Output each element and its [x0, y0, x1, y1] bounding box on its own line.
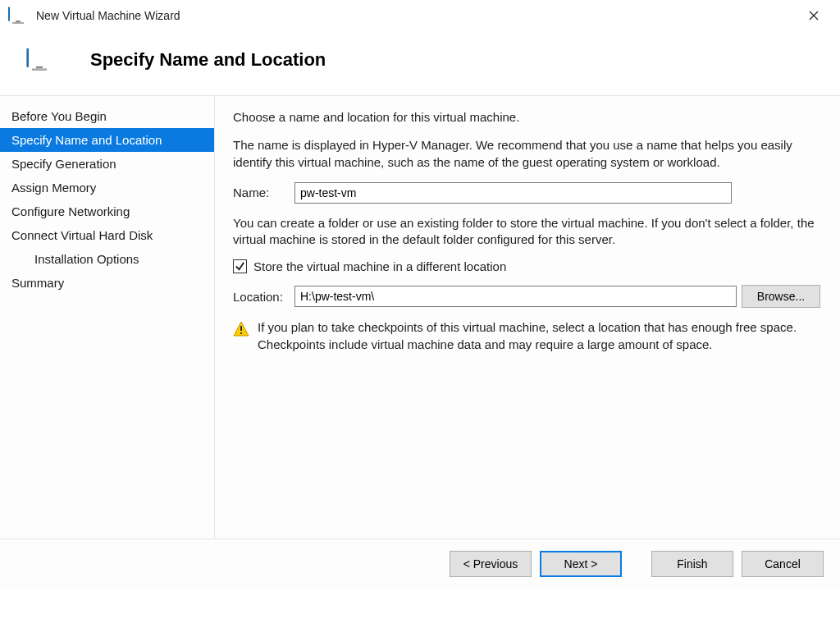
window-title: New Virtual Machine Wizard — [36, 9, 180, 22]
location-row: Location: Browse... — [233, 285, 820, 308]
store-checkbox-label: Store the virtual machine in a different… — [253, 259, 506, 273]
sidebar-step-2[interactable]: Specify Generation — [0, 152, 214, 176]
name-row: Name: — [233, 182, 820, 204]
warning-text: If you plan to take checkpoints of this … — [258, 319, 820, 353]
finish-button[interactable]: Finish — [651, 551, 733, 577]
sidebar-step-3[interactable]: Assign Memory — [0, 176, 214, 199]
sidebar-step-7[interactable]: Summary — [0, 271, 214, 295]
name-label: Name: — [233, 186, 294, 199]
warning-row: If you plan to take checkpoints of this … — [233, 319, 820, 353]
location-input[interactable] — [294, 286, 737, 307]
next-button[interactable]: Next > — [540, 551, 622, 577]
sidebar-step-6[interactable]: Installation Options — [0, 247, 214, 271]
wizard-icon — [26, 49, 52, 71]
previous-button[interactable]: < Previous — [450, 551, 532, 577]
footer: < Previous Next > Finish Cancel — [0, 539, 840, 589]
store-checkbox-row: Store the virtual machine in a different… — [233, 259, 820, 273]
location-label: Location: — [233, 290, 294, 304]
warning-icon — [233, 321, 249, 337]
page-title: Specify Name and Location — [90, 49, 326, 71]
svg-rect-1 — [240, 332, 242, 334]
store-checkbox[interactable] — [233, 259, 247, 273]
name-input[interactable] — [294, 182, 732, 204]
intro-text: Choose a name and location for this virt… — [233, 109, 820, 126]
app-icon — [8, 7, 28, 24]
sidebar-step-5[interactable]: Connect Virtual Hard Disk — [0, 223, 214, 247]
browse-button[interactable]: Browse... — [742, 285, 820, 308]
wizard-body: Before You BeginSpecify Name and Locatio… — [0, 95, 840, 538]
sidebar-step-4[interactable]: Configure Networking — [0, 199, 214, 223]
close-icon[interactable] — [796, 3, 832, 28]
description-text: The name is displayed in Hyper-V Manager… — [233, 137, 820, 171]
svg-rect-0 — [240, 326, 242, 331]
wizard-banner: Specify Name and Location — [0, 31, 840, 95]
sidebar-step-0[interactable]: Before You Begin — [0, 104, 214, 128]
content-pane: Choose a name and location for this virt… — [215, 96, 840, 538]
steps-sidebar: Before You BeginSpecify Name and Locatio… — [0, 96, 215, 538]
cancel-button[interactable]: Cancel — [742, 551, 824, 577]
sidebar-step-1[interactable]: Specify Name and Location — [0, 128, 214, 152]
folder-description: You can create a folder or use an existi… — [233, 215, 820, 249]
titlebar: New Virtual Machine Wizard — [0, 0, 840, 31]
